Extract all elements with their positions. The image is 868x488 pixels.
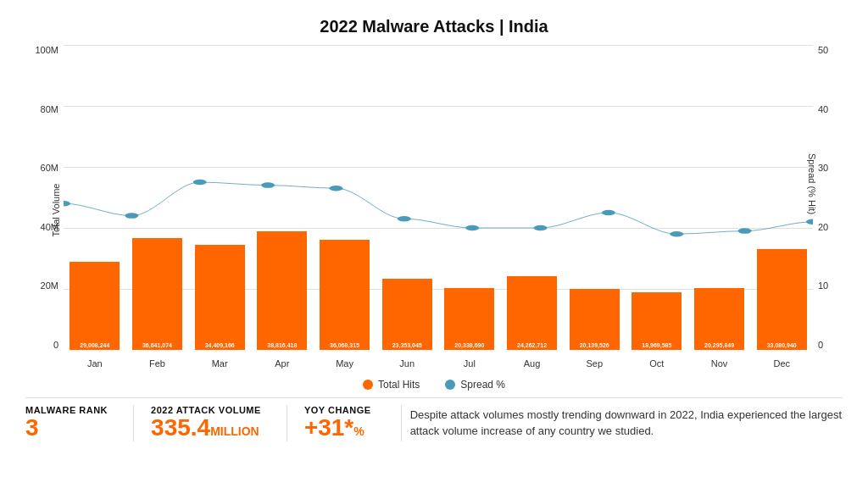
x-label-jan: Jan: [64, 354, 126, 375]
bar-value-mar: 34,409,166: [205, 342, 235, 348]
bar-group-aug: 24,262,712: [501, 45, 564, 350]
stats-left: MALWARE RANK 3 2022 ATTACK VOLUME 335.4M…: [25, 405, 392, 441]
bar-value-jun: 23,353,045: [392, 342, 422, 348]
bar-apr[interactable]: 38,816,418: [257, 231, 307, 350]
bar-value-aug: 24,262,712: [517, 342, 547, 348]
stat-malware-rank: MALWARE RANK 3: [25, 405, 129, 441]
bar-group-mar: 34,409,166: [188, 45, 251, 350]
x-label-oct: Oct: [626, 354, 688, 375]
chart-area: 100M 80M 60M 40M 20M 0 Total Volume 50 4…: [25, 45, 843, 375]
bar-aug[interactable]: 24,262,712: [507, 276, 557, 350]
bar-group-dec: 33,080,940: [750, 45, 813, 350]
stat-attack-volume: 2022 ATTACK VOLUME 335.4MILLION: [138, 405, 282, 441]
malware-rank-value: 3: [25, 415, 108, 441]
stats-description: Despite attack volumes mostly trending d…: [401, 405, 843, 441]
bar-group-jul: 20,338,690: [438, 45, 501, 350]
x-label-mar: Mar: [188, 354, 251, 375]
bar-value-nov: 20,295,849: [704, 342, 734, 348]
bar-dec[interactable]: 33,080,940: [757, 249, 807, 350]
legend-spread-label: Spread %: [460, 379, 505, 391]
yoy-change-value: +31*%: [304, 415, 371, 441]
bar-value-jul: 20,338,690: [454, 342, 484, 348]
y-axis-label-left: Total Volume: [51, 184, 61, 237]
x-label-feb: Feb: [126, 354, 189, 375]
bar-may[interactable]: 36,068,315: [320, 240, 370, 350]
x-label-aug: Aug: [501, 354, 564, 375]
bar-jun[interactable]: 23,353,045: [382, 279, 432, 350]
plot-area: 29,008,244 36,641,074 34,409,166 38,816,…: [64, 45, 813, 350]
bar-value-oct: 18,969,585: [642, 342, 671, 348]
bar-jul[interactable]: 20,338,690: [444, 288, 494, 350]
bar-group-apr: 38,816,418: [251, 45, 314, 350]
x-label-jul: Jul: [438, 354, 501, 375]
bar-jan[interactable]: 29,008,244: [70, 262, 120, 350]
x-label-sep: Sep: [563, 354, 626, 375]
stat-yoy-change: YoY CHANGE +31*%: [292, 405, 392, 441]
legend-spread: Spread %: [445, 379, 505, 391]
bar-group-jun: 23,353,045: [376, 45, 438, 350]
x-label-apr: Apr: [251, 354, 314, 375]
legend-dot-orange: [363, 380, 373, 390]
legend: Total Hits Spread %: [25, 379, 843, 391]
bar-value-feb: 36,641,074: [142, 342, 172, 348]
stats-divider1: [133, 405, 134, 441]
bar-feb[interactable]: 36,641,074: [132, 238, 182, 350]
bar-value-dec: 33,080,940: [767, 342, 797, 348]
stats-row: MALWARE RANK 3 2022 ATTACK VOLUME 335.4M…: [25, 397, 843, 441]
x-labels: JanFebMarAprMayJunJulAugSepOctNovDec: [64, 354, 813, 375]
bar-value-may: 36,068,315: [330, 342, 359, 348]
bar-group-feb: 36,641,074: [126, 45, 189, 350]
bar-nov[interactable]: 20,295,849: [694, 288, 744, 350]
bar-sep[interactable]: 20,139,526: [570, 289, 620, 351]
bar-group-nov: 20,295,849: [688, 45, 751, 350]
stats-divider2: [287, 405, 287, 441]
legend-total-hits: Total Hits: [363, 379, 420, 391]
x-label-nov: Nov: [688, 354, 751, 375]
bars-container: 29,008,244 36,641,074 34,409,166 38,816,…: [64, 45, 813, 350]
x-label-may: May: [314, 354, 376, 375]
x-label-dec: Dec: [750, 354, 813, 375]
bar-mar[interactable]: 34,409,166: [195, 245, 245, 350]
chart-title: 2022 Malware Attacks | India: [25, 17, 843, 36]
bar-group-sep: 20,139,526: [563, 45, 626, 350]
bar-group-may: 36,068,315: [314, 45, 376, 350]
bar-group-jan: 29,008,244: [64, 45, 126, 350]
legend-dot-blue: [445, 380, 455, 390]
bar-value-jan: 29,008,244: [80, 342, 109, 348]
attack-volume-value: 335.4MILLION: [151, 415, 261, 441]
bar-group-oct: 18,969,585: [626, 45, 688, 350]
y-axis-right: 50 40 30 20 10 0: [813, 45, 843, 350]
chart-container: 2022 Malware Attacks | India 100M 80M 60…: [0, 0, 868, 488]
legend-total-hits-label: Total Hits: [378, 379, 420, 391]
x-label-jun: Jun: [376, 354, 438, 375]
bar-value-sep: 20,139,526: [580, 342, 609, 348]
bar-value-apr: 38,816,418: [267, 342, 297, 348]
attack-volume-suffix: MILLION: [210, 424, 259, 438]
bar-oct[interactable]: 18,969,585: [632, 292, 682, 350]
